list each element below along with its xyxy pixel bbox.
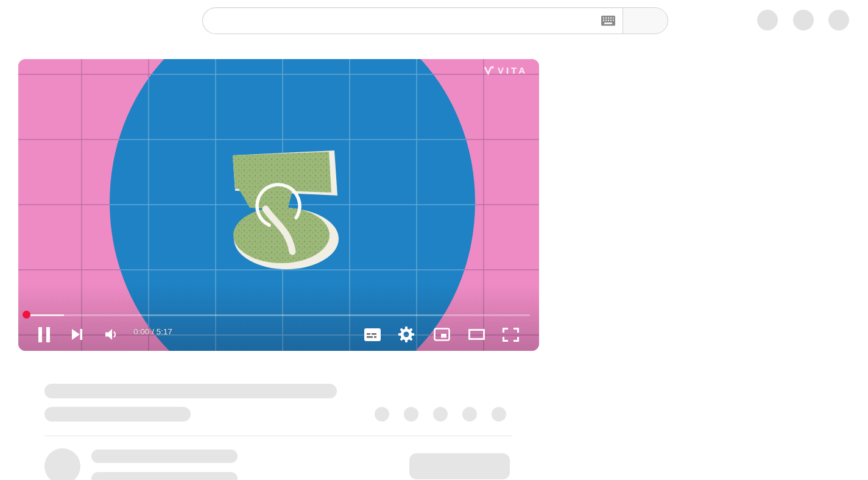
pause-button[interactable] [32,322,56,347]
masthead [0,0,868,41]
search-input[interactable] [215,8,598,35]
watermark: VITA [484,65,528,76]
video-frame [18,59,539,351]
action-dot-placeholder [492,407,506,422]
vita-logo-icon [484,66,494,75]
miniplayer-icon [434,328,450,341]
action-dot-placeholder [375,407,389,422]
progress-scrubber[interactable] [23,311,30,319]
subscribe-button-placeholder [409,453,510,479]
next-button[interactable] [65,322,89,347]
settings-gear-icon [398,326,415,343]
subtitle-placeholder [44,407,191,422]
action-dot-placeholder [404,407,418,422]
divider [44,436,512,436]
channel-subs-placeholder [91,472,238,480]
keyboard-icon[interactable] [601,16,615,26]
mute-button[interactable] [100,322,124,347]
search-input-wrap [202,7,623,34]
fullscreen-icon [503,328,519,342]
volume-icon [105,328,119,341]
next-icon [72,329,82,340]
channel-avatar-placeholder [44,448,80,480]
settings-button[interactable] [394,322,418,347]
time-display: 0:00 / 5:17 [133,327,172,336]
progress-buffer [26,314,64,316]
action-dot-placeholder [433,407,448,422]
channel-name-placeholder [91,450,238,463]
video-player[interactable]: VITA 0:00 / 5:17 [18,59,539,351]
watermark-text: VITA [498,65,528,76]
fullscreen-button[interactable] [498,322,523,347]
search-button[interactable] [623,7,668,34]
theater-mode-icon [468,329,485,340]
subtitles-icon [364,328,381,341]
miniplayer-button[interactable] [429,322,454,347]
pause-icon [38,327,50,342]
theater-button[interactable] [464,322,489,347]
search-bar [202,7,668,34]
progress-bar[interactable] [26,314,530,316]
avatar-placeholder[interactable] [828,10,849,30]
create-button-placeholder[interactable] [757,10,778,30]
notifications-button-placeholder[interactable] [793,10,814,30]
title-placeholder [44,384,337,398]
subtitles-button[interactable] [360,322,384,347]
action-dot-placeholder [462,407,477,422]
